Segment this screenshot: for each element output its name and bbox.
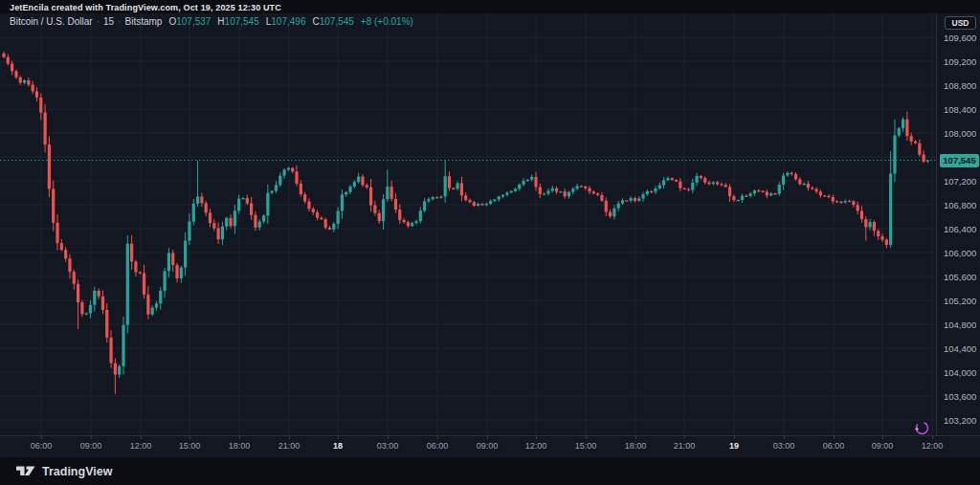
replay-status-icon <box>911 419 930 438</box>
chart-panel: Bitcoin / U.S. Dollar·15·BitstampO107,53… <box>0 13 980 457</box>
candlestick-chart <box>0 13 936 435</box>
price-tick-label: 106,400 <box>944 224 976 234</box>
price-tick-label: 108,800 <box>944 80 976 91</box>
high-value: 107,545 <box>225 16 259 27</box>
attribution-text: JetEncila created with TradingView.com, … <box>10 3 281 12</box>
time-tick-mark <box>338 436 339 439</box>
time-tick-mark <box>437 436 438 439</box>
symbol-legend[interactable]: Bitcoin / U.S. Dollar·15·BitstampO107,53… <box>10 16 413 27</box>
time-tick-label: 18:00 <box>229 441 251 451</box>
high-label: H <box>217 16 224 27</box>
time-tick-label: 19 <box>729 441 739 451</box>
price-tick-label: 108,400 <box>944 104 976 115</box>
time-tick-label: 15:00 <box>575 441 597 451</box>
time-tick-label: 09:00 <box>80 441 102 451</box>
time-tick-mark <box>91 436 92 439</box>
time-tick-mark <box>141 436 142 439</box>
close-value: 107,545 <box>320 16 354 27</box>
symbol-title: Bitcoin / U.S. Dollar <box>10 16 93 27</box>
change-value: +8 (+0.01%) <box>361 16 413 27</box>
time-tick-mark <box>289 436 290 439</box>
time-tick-mark <box>932 436 933 439</box>
price-tick-label: 109,600 <box>944 33 976 43</box>
tradingview-logo-text: TradingView <box>42 465 112 478</box>
time-tick-mark <box>189 436 190 439</box>
time-tick-mark <box>834 436 835 439</box>
time-tick-label: 18 <box>333 441 343 451</box>
low-value: 107,496 <box>271 16 305 27</box>
time-axis[interactable]: 06:0009:0012:0015:0018:0021:001803:0006:… <box>0 435 980 457</box>
time-tick-mark <box>784 436 785 439</box>
time-tick-mark <box>882 436 883 439</box>
time-tick-mark <box>684 436 685 439</box>
legend-separator: · <box>118 16 121 27</box>
time-tick-label: 09:00 <box>872 441 894 451</box>
time-tick-label: 12:00 <box>130 441 152 451</box>
price-tick-label: 104,400 <box>944 343 976 354</box>
tradingview-logo-icon <box>16 464 36 478</box>
time-tick-label: 18:00 <box>625 441 647 451</box>
footer-bar: TradingView <box>0 457 980 485</box>
exchange-label: Bitstamp <box>125 16 163 27</box>
time-tick-label: 21:00 <box>278 441 301 451</box>
price-tick-label: 106,000 <box>944 248 976 258</box>
time-tick-mark <box>586 436 587 439</box>
price-axis[interactable]: USD 109,600109,200108,800108,400108,0001… <box>936 13 980 435</box>
time-tick-label: 12:00 <box>922 441 944 451</box>
close-label: C <box>312 16 319 27</box>
time-tick-mark <box>487 436 488 439</box>
time-tick-mark <box>388 436 389 439</box>
last-price-badge: 107,545 <box>940 154 979 167</box>
time-tick-mark <box>239 436 240 439</box>
open-value: 107,537 <box>176 16 211 27</box>
time-tick-mark <box>734 436 735 439</box>
price-chart[interactable]: Bitcoin / U.S. Dollar·15·BitstampO107,53… <box>0 13 936 435</box>
tradingview-screenshot: JetEncila created with TradingView.com, … <box>0 0 980 485</box>
legend-separator: · <box>97 16 100 27</box>
time-tick-label: 21:00 <box>674 441 696 451</box>
time-tick-label: 06:00 <box>823 441 845 451</box>
price-tick-label: 104,800 <box>944 320 976 330</box>
price-tick-label: 108,000 <box>944 128 976 139</box>
tradingview-logo[interactable]: TradingView <box>16 464 112 478</box>
time-tick-label: 06:00 <box>31 441 53 451</box>
price-tick-label: 109,200 <box>944 56 976 67</box>
price-tick-label: 107,200 <box>944 176 976 187</box>
price-tick-label: 103,200 <box>944 415 976 426</box>
price-tick-label: 105,600 <box>944 272 976 282</box>
currency-button[interactable]: USD <box>945 16 976 30</box>
time-tick-label: 12:00 <box>525 441 547 451</box>
time-tick-mark <box>41 436 42 439</box>
interval-label: 15 <box>103 16 114 27</box>
price-tick-label: 105,200 <box>944 296 976 306</box>
time-tick-label: 03:00 <box>773 441 795 451</box>
time-tick-mark <box>536 436 537 439</box>
price-tick-label: 104,000 <box>944 367 976 378</box>
time-tick-label: 03:00 <box>377 441 399 451</box>
price-tick-label: 106,800 <box>944 200 976 210</box>
time-tick-label: 06:00 <box>427 441 449 451</box>
time-tick-label: 09:00 <box>477 441 499 451</box>
price-tick-label: 103,600 <box>944 391 976 402</box>
time-tick-mark <box>635 436 636 439</box>
time-tick-label: 15:00 <box>179 441 201 451</box>
